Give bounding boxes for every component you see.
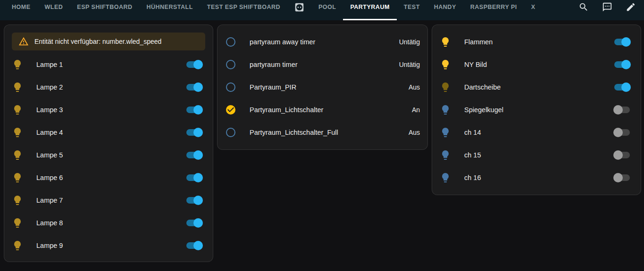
tab-x[interactable]: X (524, 0, 543, 20)
lightbulb-icon[interactable] (12, 172, 23, 183)
circle-outline-icon[interactable] (225, 82, 236, 93)
tab-pool[interactable]: POOL (311, 0, 343, 20)
toggle-knob (613, 128, 623, 137)
entity-state: Untätig (399, 61, 420, 68)
lightbulb-icon[interactable] (12, 104, 23, 115)
toggle-knob (621, 37, 631, 47)
toggle-switch[interactable] (185, 218, 203, 228)
toggle-knob (193, 60, 203, 69)
entity-row[interactable]: ch 16 (432, 166, 641, 189)
circle-outline-icon[interactable] (225, 36, 236, 48)
toggle-knob (613, 173, 623, 182)
toggle-knob (621, 60, 631, 69)
toggle-switch[interactable] (185, 241, 203, 250)
toggle-knob (613, 105, 623, 115)
app-header: HOME WLED ESP SHIFTBOARD HÜHNERSTALL TES… (0, 0, 644, 20)
entity-row[interactable]: partyraum away timer Untätig (217, 31, 427, 53)
dashboard-view: Entität nicht verfügbar: number.wled_spe… (0, 20, 644, 262)
lightbulb-icon[interactable] (440, 127, 451, 138)
entity-name: partyraum away timer (250, 38, 399, 46)
tab-wled[interactable]: WLED (38, 0, 70, 20)
entity-row[interactable]: Lampe 9 (4, 234, 213, 257)
entity-row[interactable]: Partyraum_PIR Aus (217, 76, 427, 99)
toggle-switch[interactable] (613, 150, 631, 160)
search-button[interactable] (578, 2, 589, 13)
entity-name: Lampe 8 (36, 219, 185, 227)
lightbulb-icon[interactable] (440, 149, 451, 161)
tab-handy[interactable]: HANDY (427, 0, 463, 20)
check-circle-icon[interactable] (225, 104, 236, 115)
entity-name: Lampe 6 (36, 174, 185, 181)
toggle-knob (193, 150, 203, 160)
lightbulb-icon[interactable] (440, 82, 451, 93)
entity-name: Lampe 4 (36, 129, 185, 136)
tab-huehnerstall[interactable]: HÜHNERSTALL (140, 0, 200, 20)
entity-name: Lampe 9 (36, 242, 185, 249)
tab-test-esp-shiftboard[interactable]: TEST ESP SHIFTBOARD (200, 0, 287, 20)
circle-outline-icon[interactable] (225, 127, 236, 138)
toggle-knob (621, 82, 631, 92)
lightbulb-icon[interactable] (12, 59, 23, 70)
entity-row[interactable]: Lampe 1 (4, 53, 213, 76)
entity-row[interactable]: Flammen (432, 31, 641, 53)
toggle-switch[interactable] (185, 82, 203, 92)
lightbulb-icon[interactable] (12, 195, 23, 206)
power-socket-icon (294, 2, 304, 12)
edit-dashboard-button[interactable] (625, 2, 636, 13)
entity-row[interactable]: Lampe 4 (4, 121, 213, 144)
toggle-knob (613, 150, 623, 160)
toggle-switch[interactable] (613, 82, 631, 92)
toggle-switch[interactable] (185, 105, 203, 115)
toggle-switch[interactable] (613, 37, 631, 47)
entity-name: ch 16 (464, 174, 613, 181)
header-actions (578, 0, 644, 15)
toggle-switch[interactable] (185, 60, 203, 69)
lightbulb-icon[interactable] (12, 82, 23, 93)
entity-row[interactable]: Lampe 7 (4, 189, 213, 212)
entity-row[interactable]: ch 15 (432, 144, 641, 166)
toggle-switch[interactable] (613, 173, 631, 182)
toggle-knob (193, 196, 203, 205)
lightbulb-icon[interactable] (440, 172, 451, 183)
entity-name: Flammen (464, 38, 613, 46)
pencil-icon (626, 2, 636, 12)
toggle-switch[interactable] (613, 128, 631, 137)
lightbulb-icon[interactable] (12, 149, 23, 161)
entity-name: Lampe 5 (36, 151, 185, 159)
lightbulb-icon[interactable] (12, 127, 23, 138)
card-lights-left: Entität nicht verfügbar: number.wled_spe… (4, 25, 213, 262)
entity-row[interactable]: partyraum timer Untätig (217, 53, 427, 76)
tab-esp-shiftboard[interactable]: ESP SHIFTBOARD (70, 0, 139, 20)
tab-test[interactable]: TEST (397, 0, 427, 20)
entity-row[interactable]: Lampe 2 (4, 76, 213, 99)
toggle-switch[interactable] (185, 196, 203, 205)
entity-row[interactable]: Lampe 5 (4, 144, 213, 166)
entity-state: Aus (409, 129, 420, 136)
entity-row[interactable]: Lampe 3 (4, 99, 213, 121)
toggle-switch[interactable] (185, 150, 203, 160)
tab-raspberry-pi[interactable]: RASPBERRY PI (463, 0, 524, 20)
entity-row[interactable]: Spiegelkugel (432, 99, 641, 121)
tab-power-socket[interactable] (287, 0, 311, 20)
tab-home[interactable]: HOME (5, 0, 38, 20)
toggle-switch[interactable] (185, 173, 203, 182)
tab-partyraum[interactable]: PARTYRAUM (343, 0, 396, 20)
toggle-switch[interactable] (185, 128, 203, 137)
circle-outline-icon[interactable] (225, 59, 236, 70)
lightbulb-icon[interactable] (440, 104, 451, 115)
entity-row[interactable]: Partyraum_Lichtschalter_Full Aus (217, 121, 427, 144)
assist-button[interactable] (602, 2, 613, 13)
toggle-switch[interactable] (613, 105, 631, 115)
entity-row[interactable]: Dartscheibe (432, 76, 641, 99)
entity-row[interactable]: NY Bild (432, 53, 641, 76)
entity-name: Lampe 3 (36, 106, 185, 114)
lightbulb-icon[interactable] (440, 59, 451, 70)
entity-row[interactable]: Lampe 8 (4, 212, 213, 234)
lightbulb-icon[interactable] (12, 217, 23, 229)
entity-row[interactable]: Partyraum_Lichtschalter An (217, 99, 427, 121)
toggle-switch[interactable] (613, 60, 631, 69)
entity-row[interactable]: ch 14 (432, 121, 641, 144)
lightbulb-icon[interactable] (440, 36, 451, 48)
entity-row[interactable]: Lampe 6 (4, 166, 213, 189)
lightbulb-icon[interactable] (12, 240, 23, 251)
